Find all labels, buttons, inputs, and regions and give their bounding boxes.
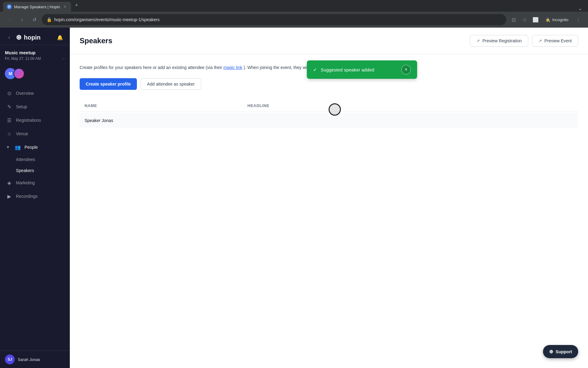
event-name: Music meetup [5,50,65,55]
user-initials: SJ [8,357,12,362]
hopin-logo-text: hopin [24,34,40,41]
url-text: hopin.com/organisers/events/music-meetup… [54,17,160,22]
browser-chrome: H Manage Speakers | Hopin × + ⌄ ‹ › ↺ 🔒 … [0,0,588,28]
toast-check-icon: ✓ [313,67,317,73]
bookmark-icon[interactable]: ☆ [520,15,530,25]
sidebar-item-attendees[interactable]: Attendees [0,154,70,165]
event-date-text: Fri, May 27, 11:00 AM [5,56,41,61]
address-bar[interactable]: 🔒 hopin.com/organisers/events/music-meet… [42,14,506,25]
table-header-name: Name [85,103,247,108]
page-title: Speakers [80,36,112,45]
speakers-table: Name Headline Speaker Jonas [80,100,578,128]
people-icon: 👥 [15,144,21,150]
sidebar-item-setup[interactable]: ✎ Setup [0,100,70,113]
sidebar-item-venue[interactable]: ⌂ Venue [0,127,70,140]
incognito-badge: 🕵 Incognito [542,16,572,23]
sidebar-item-speakers[interactable]: Speakers [0,165,70,176]
browser-toolbar: ‹ › ↺ 🔒 hopin.com/organisers/events/musi… [0,12,588,28]
forward-button[interactable]: › [17,15,27,25]
sidebar-footer: SJ Sarah Jonas [0,351,70,368]
header-actions: ↗ Preview Registration ↗ Preview Event [470,35,578,47]
event-date: Fri, May 27, 11:00 AM ··· [5,56,65,61]
tab-strip-controls: ⌄ [578,5,585,12]
sidebar-item-registrations[interactable]: ☰ Registrations [0,113,70,127]
tab-title: Manage Speakers | Hopin [14,5,60,9]
setup-label: Setup [16,104,27,109]
toast-message: Suggested speaker added [321,67,398,72]
sidebar-item-overview[interactable]: ⊙ Overview [0,86,70,100]
venue-label: Venue [16,131,28,136]
avatar-pair: M [5,68,65,79]
sidebar-item-recordings[interactable]: ▶ Recordings [0,190,70,203]
extension-icon[interactable]: ⬜ [531,15,541,25]
attendees-label: Attendees [16,157,35,162]
support-icon: ⊕ [549,349,553,355]
table-header-headline: Headline [247,103,573,108]
registrations-label: Registrations [16,118,41,123]
overview-icon: ⊙ [6,90,12,96]
description-prefix: Create profiles for your speakers here o… [80,65,222,70]
event-more-icon[interactable]: ··· [62,56,65,61]
toast-close-button[interactable]: × [401,65,411,75]
marketing-label: Marketing [16,180,35,185]
main-header: Speakers ↗ Preview Registration ↗ Previe… [70,28,588,54]
more-menu-icon[interactable]: ⋮ [573,15,583,25]
recordings-label: Recordings [16,194,38,199]
sidebar: ‹ ⊛ hopin 🔔 Music meetup Fri, May 27, 11… [0,28,70,368]
sidebar-item-people[interactable]: ▼ 👥 People [0,140,70,154]
hopin-logo: ⊛ hopin [16,33,40,41]
app-layout: ‹ ⊛ hopin 🔔 Music meetup Fri, May 27, 11… [0,28,588,368]
sidebar-header: ‹ ⊛ hopin 🔔 [0,28,70,45]
toolbar-actions: ⊡ ☆ ⬜ 🕵 Incognito ⋮ [509,15,583,25]
marketing-icon: ◈ [6,180,12,186]
sidebar-back-button[interactable]: ‹ [5,33,13,42]
sidebar-nav: ⊙ Overview ✎ Setup ☰ Registrations ⌂ Ven… [0,84,70,351]
main-body: ✓ Suggested speaker added × Create profi… [70,54,588,368]
recordings-icon: ▶ [6,193,12,199]
external-link-icon: ↗ [476,38,480,43]
overview-label: Overview [16,91,34,96]
table-header: Name Headline [80,100,578,112]
speaker-name: Speaker Jonas [85,118,247,123]
avatar-2 [13,68,24,79]
registrations-icon: ☰ [6,117,12,123]
main-content: Speakers ↗ Preview Registration ↗ Previe… [70,28,588,368]
browser-tabs: H Manage Speakers | Hopin × + ⌄ [0,0,588,12]
cast-icon[interactable]: ⊡ [509,15,518,25]
table-row[interactable]: Speaker Jonas [80,113,578,128]
toast-notification: ✓ Suggested speaker added × [307,60,417,79]
user-name: Sarah Jonas [18,357,40,362]
user-avatar: SJ [5,355,15,364]
svg-text:M: M [9,71,12,76]
preview-registration-button[interactable]: ↗ Preview Registration [470,35,528,47]
preview-event-button[interactable]: ↗ Preview Event [532,35,578,47]
back-button[interactable]: ‹ [5,15,15,25]
active-tab[interactable]: H Manage Speakers | Hopin × [3,2,71,12]
action-buttons: Create speaker profile Add attendee as s… [80,78,578,90]
preview-registration-label: Preview Registration [482,38,522,43]
people-label: People [24,145,38,150]
venue-icon: ⌂ [6,131,12,137]
incognito-icon: 🕵 [545,17,550,22]
support-button[interactable]: ⊕ Support [543,345,578,358]
add-attendee-as-speaker-button[interactable]: Add attendee as speaker [141,78,201,90]
security-lock-icon: 🔒 [47,17,52,22]
new-tab-button[interactable]: + [72,1,81,10]
speakers-label: Speakers [16,168,34,173]
close-icon: × [405,67,407,72]
create-speaker-profile-button[interactable]: Create speaker profile [80,78,137,90]
sidebar-item-marketing[interactable]: ◈ Marketing [0,176,70,190]
support-label: Support [556,349,572,354]
people-chevron-down-icon: ▼ [6,145,10,149]
magic-link[interactable]: magic link [223,65,242,70]
notification-bell-icon[interactable]: 🔔 [55,33,65,42]
setup-icon: ✎ [6,104,12,110]
reload-button[interactable]: ↺ [29,15,39,25]
event-info: Music meetup Fri, May 27, 11:00 AM ··· [0,45,70,66]
external-link-icon-2: ↗ [538,38,542,43]
preview-event-label: Preview Event [545,38,572,43]
tab-favicon: H [7,4,12,9]
avatar-row: M [0,66,70,84]
incognito-label: Incognito [552,17,568,22]
tab-close-button[interactable]: × [62,4,67,9]
